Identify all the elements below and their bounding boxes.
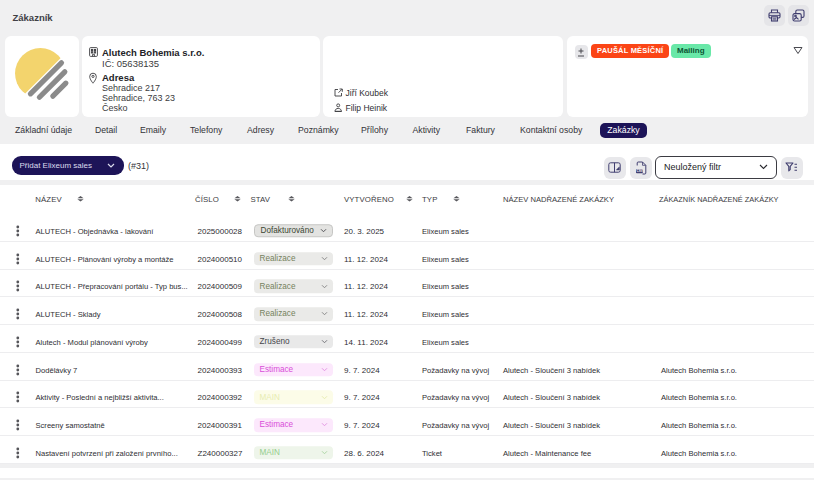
svg-text:CSV: CSV bbox=[636, 169, 642, 173]
